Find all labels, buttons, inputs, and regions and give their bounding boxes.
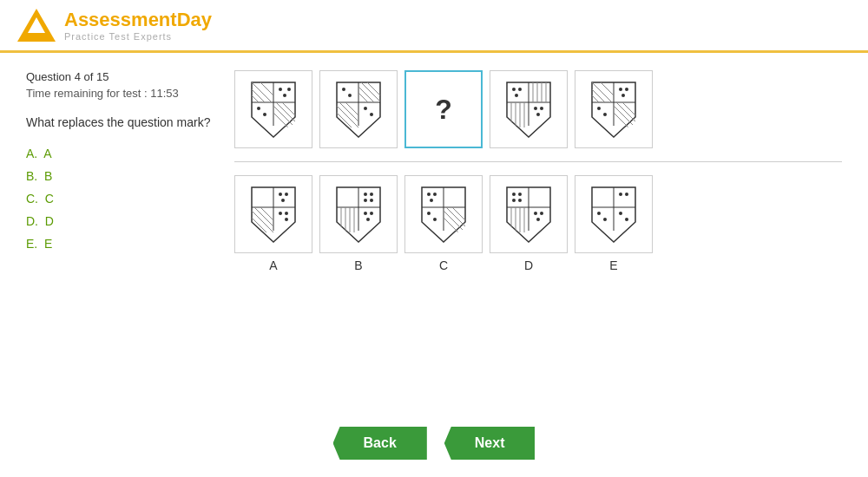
question-shields-row: ? <box>234 70 842 148</box>
header: AssessmentDay Practice Test Experts <box>0 0 868 53</box>
option-a[interactable]: A. A <box>26 145 217 162</box>
answer-label-a: A <box>269 258 277 272</box>
svg-point-89 <box>430 199 433 202</box>
svg-point-82 <box>364 212 367 215</box>
svg-point-17 <box>342 88 345 91</box>
svg-point-9 <box>257 107 260 110</box>
svg-point-77 <box>370 199 373 202</box>
svg-point-87 <box>427 193 431 196</box>
option-c[interactable]: C. C <box>26 190 217 207</box>
svg-point-101 <box>518 199 522 202</box>
svg-point-112 <box>625 193 628 196</box>
answer-options-list: A. A B. B C. C D. D E. E <box>26 145 217 252</box>
svg-point-51 <box>619 88 622 91</box>
shield-q1 <box>234 70 312 148</box>
answer-box-c[interactable] <box>404 175 483 253</box>
svg-point-64 <box>281 199 285 202</box>
svg-point-108 <box>536 218 540 221</box>
logo-text: AssessmentDay Practice Test Experts <box>64 9 212 42</box>
main-content: Question 4 of 15 Time remaining for test… <box>0 53 868 290</box>
svg-point-32 <box>518 88 522 91</box>
shield-q3-question: ? <box>404 70 483 148</box>
svg-point-90 <box>427 212 431 215</box>
shield-q5 <box>575 70 653 148</box>
answer-box-e[interactable] <box>575 175 653 253</box>
svg-point-83 <box>370 212 373 215</box>
svg-point-70 <box>285 218 288 221</box>
svg-point-27 <box>364 107 367 110</box>
svg-point-115 <box>619 212 622 215</box>
logo-subtitle: Practice Test Experts <box>64 31 212 42</box>
back-button[interactable]: Back <box>333 427 427 460</box>
svg-point-10 <box>263 113 266 116</box>
answer-item-a[interactable]: A <box>234 175 312 272</box>
svg-point-107 <box>540 212 543 215</box>
svg-point-28 <box>370 113 373 116</box>
svg-point-6 <box>279 88 282 91</box>
time-remaining: Time remaining for test : 11:53 <box>26 87 217 100</box>
svg-point-98 <box>512 193 516 196</box>
svg-point-44 <box>536 113 540 116</box>
svg-point-42 <box>534 107 537 110</box>
svg-point-31 <box>512 88 516 91</box>
svg-point-63 <box>285 193 288 196</box>
svg-point-18 <box>348 94 352 97</box>
right-panel: ? <box>234 70 842 272</box>
bottom-bar: Back Next <box>0 427 868 460</box>
svg-point-91 <box>433 218 437 221</box>
svg-point-54 <box>597 107 601 110</box>
svg-point-84 <box>366 218 370 221</box>
svg-point-106 <box>534 212 537 215</box>
answer-label-e: E <box>609 258 617 272</box>
divider <box>234 161 842 162</box>
answer-item-e[interactable]: E <box>575 175 653 272</box>
answer-label-d: D <box>524 258 533 272</box>
option-d[interactable]: D. D <box>26 212 217 230</box>
svg-point-43 <box>540 107 543 110</box>
left-panel: Question 4 of 15 Time remaining for test… <box>26 70 217 272</box>
answer-label-c: C <box>439 258 448 272</box>
svg-point-62 <box>279 193 282 196</box>
option-b[interactable]: B. B <box>26 167 217 185</box>
svg-point-113 <box>597 212 601 215</box>
shield-q4 <box>490 70 568 148</box>
question-number: Question 4 of 15 <box>26 70 217 83</box>
answer-box-d[interactable] <box>490 175 568 253</box>
answer-item-d[interactable]: D <box>490 175 568 272</box>
svg-point-74 <box>364 193 367 196</box>
svg-point-114 <box>603 218 607 221</box>
svg-point-53 <box>621 94 625 97</box>
option-e[interactable]: E. E <box>26 235 217 252</box>
shield-q2 <box>319 70 398 148</box>
svg-point-75 <box>370 193 373 196</box>
svg-point-116 <box>625 218 628 221</box>
answer-item-c[interactable]: C <box>404 175 483 272</box>
svg-point-99 <box>518 193 522 196</box>
svg-point-7 <box>287 88 291 91</box>
answer-box-a[interactable] <box>234 175 312 253</box>
answer-label-b: B <box>354 258 362 272</box>
svg-point-69 <box>279 212 282 215</box>
svg-point-88 <box>433 193 437 196</box>
svg-point-55 <box>603 113 607 116</box>
logo-icon <box>17 9 56 42</box>
svg-point-76 <box>364 199 367 202</box>
svg-point-8 <box>283 94 286 97</box>
svg-point-100 <box>512 199 516 202</box>
answer-box-b[interactable] <box>319 175 398 253</box>
svg-point-33 <box>515 94 518 97</box>
answer-options-row: A <box>234 175 842 272</box>
svg-point-111 <box>619 193 622 196</box>
next-button[interactable]: Next <box>444 427 536 460</box>
answer-item-b[interactable]: B <box>319 175 398 272</box>
svg-point-52 <box>625 88 628 91</box>
svg-point-71 <box>285 212 288 215</box>
logo-title: AssessmentDay <box>64 9 212 31</box>
question-prompt: What replaces the question mark? <box>26 115 217 129</box>
